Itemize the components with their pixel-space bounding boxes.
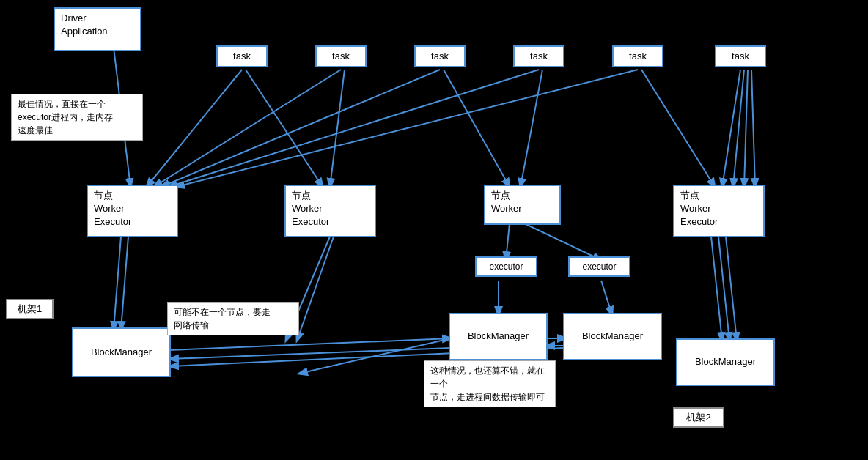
task-6-label: task xyxy=(732,50,749,63)
task-2-label: task xyxy=(332,50,350,63)
node-worker-3: 节点Worker xyxy=(484,185,561,225)
svg-line-7 xyxy=(169,70,539,187)
task-box-5: task xyxy=(612,45,663,67)
bm4-label: BlockManager xyxy=(695,355,756,368)
driver-application-label: Driver Application xyxy=(61,12,108,37)
task-box-3: task xyxy=(414,45,466,67)
bm2-label: BlockManager xyxy=(468,330,529,343)
svg-line-12 xyxy=(733,70,744,187)
svg-line-21 xyxy=(170,348,451,359)
svg-line-27 xyxy=(711,237,722,341)
task-3-label: task xyxy=(431,50,449,63)
task-5-label: task xyxy=(629,50,647,63)
block-manager-4: BlockManager xyxy=(676,338,775,386)
svg-line-20 xyxy=(169,338,451,350)
svg-line-4 xyxy=(330,70,345,187)
svg-line-24 xyxy=(121,237,128,330)
executor-1-label: executor xyxy=(489,261,523,273)
node-worker-executor-4: 节点WorkerExecutor xyxy=(673,185,765,237)
svg-line-5 xyxy=(161,70,440,187)
annotation-best-case-text: 最佳情况，直接在一个executor进程内，走内存速度最佳 xyxy=(18,99,113,136)
executor-box-1: executor xyxy=(475,256,537,277)
svg-line-16 xyxy=(524,223,601,260)
node-worker-executor-2: 节点WorkerExecutor xyxy=(284,185,376,237)
task-box-4: task xyxy=(513,45,564,67)
node1-label: 节点WorkerExecutor xyxy=(94,190,131,227)
annotation2-text: 可能不在一个节点，要走网络传输 xyxy=(174,307,271,330)
rack1-text: 机架1 xyxy=(18,303,42,316)
annotation-best-case: 最佳情况，直接在一个executor进程内，走内存速度最佳 xyxy=(11,94,143,141)
svg-line-2 xyxy=(246,70,323,187)
svg-line-10 xyxy=(641,70,715,187)
rack-1-label: 机架1 xyxy=(6,299,54,319)
block-manager-3: BlockManager xyxy=(563,313,662,360)
svg-line-13 xyxy=(744,70,748,187)
svg-line-8 xyxy=(521,70,542,187)
node4-label: 节点WorkerExecutor xyxy=(680,190,718,227)
bm1-label: BlockManager xyxy=(91,346,152,359)
svg-line-18 xyxy=(601,281,612,315)
svg-line-3 xyxy=(154,70,341,187)
task-box-1: task xyxy=(216,45,268,67)
executor-box-2: executor xyxy=(568,256,630,277)
task-box-2: task xyxy=(315,45,367,67)
svg-line-9 xyxy=(176,70,638,187)
svg-line-28 xyxy=(718,237,729,341)
annotation-network-transfer: 可能不在一个节点，要走网络传输 xyxy=(167,302,299,335)
bm3-label: BlockManager xyxy=(582,330,643,343)
node3-label: 节点Worker xyxy=(491,190,522,214)
svg-line-1 xyxy=(147,70,242,187)
block-manager-1: BlockManager xyxy=(72,327,171,377)
annotation-same-node: 这种情况，也还算不错，就在一个节点，走进程间数据传输即可 xyxy=(424,360,556,407)
task-4-label: task xyxy=(530,50,548,63)
driver-application-box: Driver Application xyxy=(54,7,141,51)
svg-line-23 xyxy=(114,237,121,330)
block-manager-2: BlockManager xyxy=(449,313,548,360)
svg-line-14 xyxy=(751,70,755,187)
svg-line-26 xyxy=(297,237,334,341)
rack2-text: 机架2 xyxy=(686,411,710,424)
svg-line-29 xyxy=(726,237,737,341)
svg-line-11 xyxy=(722,70,740,187)
rack-2-label: 机架2 xyxy=(673,407,724,428)
task-box-6: task xyxy=(715,45,766,67)
svg-line-6 xyxy=(444,70,510,187)
executor-2-label: executor xyxy=(582,261,616,273)
node2-label: 节点WorkerExecutor xyxy=(292,190,329,227)
node-worker-executor-1: 节点WorkerExecutor xyxy=(87,185,178,237)
svg-line-15 xyxy=(506,223,510,260)
annotation3-text: 这种情况，也还算不错，就在一个节点，走进程间数据传输即可 xyxy=(430,366,545,402)
task-1-label: task xyxy=(233,50,251,63)
